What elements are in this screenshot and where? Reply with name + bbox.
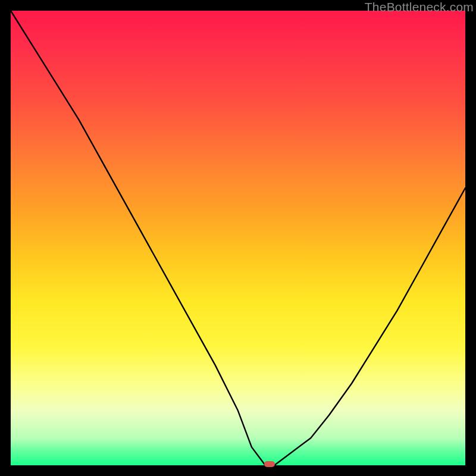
bottleneck-curve [11, 11, 465, 465]
optimum-marker [264, 461, 275, 467]
watermark-text: TheBottleneck.com [365, 0, 474, 14]
curve-path [11, 11, 465, 465]
chart-frame: TheBottleneck.com [0, 0, 476, 476]
